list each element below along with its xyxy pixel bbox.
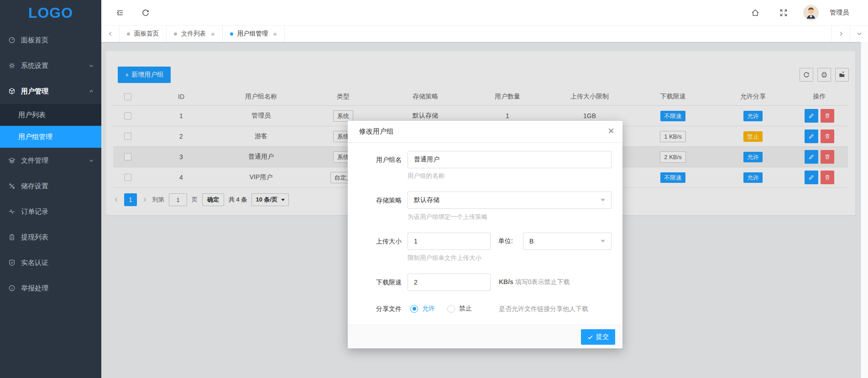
layers-icon xyxy=(8,157,16,164)
avatar[interactable] xyxy=(803,5,819,21)
radio-icon xyxy=(410,305,418,313)
sidebar-item-file-management[interactable]: 文件管理 xyxy=(0,148,101,173)
speed-hint: KB/s 填写0表示禁止下载 xyxy=(499,278,570,286)
sidebar-item-label: 提现列表 xyxy=(21,233,48,242)
sidebar-subitem-user-group[interactable]: 用户组管理 xyxy=(0,126,101,148)
share-hint: 是否允许文件链接分享他人下载 xyxy=(499,305,588,313)
app-root: LOGO 面板首页 系统设置 用户 xyxy=(0,0,868,378)
info-circle-icon xyxy=(8,285,16,292)
share-allow-radio[interactable]: 允许 xyxy=(410,305,435,313)
tools-icon xyxy=(8,182,16,190)
home-icon[interactable] xyxy=(747,4,764,21)
sidebar-subitem-user-list[interactable]: 用户列表 xyxy=(0,104,101,126)
chevron-down-icon xyxy=(89,63,94,68)
modal-close-icon[interactable]: × xyxy=(608,125,614,136)
group-name-input[interactable] xyxy=(408,151,612,168)
group-name-label: 用户组名 xyxy=(361,151,402,168)
check-icon xyxy=(587,334,593,340)
tab-file-list[interactable]: 文件列表 × xyxy=(167,26,223,42)
upload-size-input[interactable] xyxy=(408,233,491,250)
sidebar-subitem-label: 用户列表 xyxy=(18,111,46,119)
unit-select[interactable]: B xyxy=(523,233,612,250)
fullscreen-icon[interactable] xyxy=(775,4,792,21)
policy-label: 存储策略 xyxy=(361,192,402,209)
share-deny-radio[interactable]: 禁止 xyxy=(447,305,472,313)
admin-name[interactable]: 管理员 xyxy=(830,9,849,17)
sidebar-nav: 面板首页 系统设置 用户管理 xyxy=(0,26,101,301)
sidebar-item-user-management[interactable]: 用户管理 xyxy=(0,78,101,104)
topbar: 管理员 xyxy=(101,0,868,26)
sidebar-item-label: 文件管理 xyxy=(21,156,48,165)
sidebar-submenu-user-management: 用户列表 用户组管理 xyxy=(0,104,101,148)
sidebar-item-label: 实名认证 xyxy=(21,259,48,267)
refresh-icon[interactable] xyxy=(137,4,154,21)
sidebar-item-label: 订单记录 xyxy=(21,207,48,216)
tabs-scroll-left-button[interactable] xyxy=(101,26,120,42)
caret-down-icon xyxy=(601,199,605,202)
tab-dot xyxy=(174,32,177,36)
modal-title: 修改用户组 xyxy=(359,127,393,136)
modal-header: 修改用户组 × xyxy=(348,121,622,143)
unit-label: 单位: xyxy=(498,237,513,245)
sidebar-item-system-settings[interactable]: 系统设置 xyxy=(0,53,101,78)
policy-hint: 为该用户组绑定一个上传策略 xyxy=(408,213,488,221)
sidebar-item-withdraw-list[interactable]: 提现列表 xyxy=(0,224,101,250)
cube-icon xyxy=(8,88,16,95)
policy-select[interactable]: 默认存储 xyxy=(408,192,612,209)
shield-check-icon xyxy=(8,259,16,266)
tab-label: 文件列表 xyxy=(181,30,206,38)
tabs-menu-dropdown-button[interactable] xyxy=(850,26,868,42)
share-label: 分享文件 xyxy=(361,300,402,317)
tabbar: 面板首页 文件列表 × 用户组管理 × xyxy=(101,26,868,42)
tab-close-icon[interactable]: × xyxy=(273,31,277,37)
chevron-up-icon xyxy=(89,88,94,94)
pulse-icon xyxy=(8,208,16,215)
sidebar-subitem-label: 用户组管理 xyxy=(18,133,52,141)
caret-down-icon xyxy=(601,240,605,243)
tab-dashboard[interactable]: 面板首页 xyxy=(120,26,167,42)
sidebar-item-label: 储存设置 xyxy=(21,182,48,191)
sidebar: LOGO 面板首页 系统设置 用户 xyxy=(0,0,101,378)
tab-label: 面板首页 xyxy=(134,30,159,38)
speed-input[interactable] xyxy=(408,274,491,291)
upload-size-hint: 限制用户组单文件上传大小 xyxy=(408,254,481,262)
sidebar-item-report-handling[interactable]: 举报处理 xyxy=(0,275,101,301)
tab-close-icon[interactable]: × xyxy=(211,31,215,37)
tab-dot xyxy=(127,32,130,36)
group-name-hint: 用户组的名称 xyxy=(408,172,444,180)
submit-button[interactable]: 提交 xyxy=(581,329,615,345)
gear-icon xyxy=(8,62,16,69)
sidebar-item-label: 举报处理 xyxy=(21,284,48,293)
sidebar-item-order-records[interactable]: 订单记录 xyxy=(0,199,101,224)
scrollbar[interactable] xyxy=(861,42,868,378)
sidebar-item-dashboard[interactable]: 面板首页 xyxy=(0,27,101,53)
sidebar-item-label: 面板首页 xyxy=(21,36,48,45)
tab-label: 用户组管理 xyxy=(237,30,268,38)
radio-icon xyxy=(447,305,455,313)
sidebar-item-label: 用户管理 xyxy=(21,87,48,96)
tabs-scroll-right-button[interactable] xyxy=(831,26,850,42)
sidebar-item-storage-settings[interactable]: 储存设置 xyxy=(0,173,101,199)
modal-footer: 提交 xyxy=(348,325,622,348)
tab-user-group[interactable]: 用户组管理 × xyxy=(223,26,285,42)
speed-label: 下载限速 xyxy=(361,274,402,291)
app-logo: LOGO xyxy=(0,0,101,26)
clipboard-icon xyxy=(8,233,16,241)
sidebar-item-realname-auth[interactable]: 实名认证 xyxy=(0,250,101,275)
tab-dot xyxy=(230,32,233,36)
upload-size-label: 上传大小 xyxy=(361,233,402,250)
chevron-down-icon xyxy=(89,158,94,163)
edit-user-group-modal: 修改用户组 × 用户组名 用户组的名称 存储策略 默认存储 为该用户组绑定一个上… xyxy=(348,121,622,348)
dashboard-icon xyxy=(8,36,16,44)
collapse-sidebar-icon[interactable] xyxy=(111,4,129,21)
sidebar-item-label: 系统设置 xyxy=(21,62,48,70)
